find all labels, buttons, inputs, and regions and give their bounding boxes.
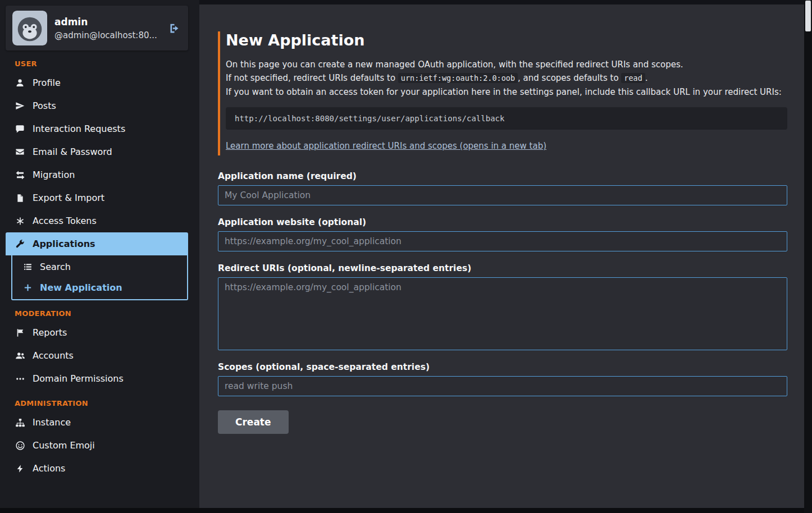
- smiley-icon: [15, 441, 25, 451]
- intro-line-2-post: .: [645, 73, 648, 83]
- page-title: New Application: [226, 31, 787, 49]
- application-name-input[interactable]: [218, 185, 787, 205]
- new-application-form: Application name (required) Application …: [218, 171, 787, 434]
- sidebar-item-profile[interactable]: Profile: [6, 71, 188, 94]
- bolt-icon: [15, 464, 25, 473]
- sidebar-item-label: Applications: [33, 239, 95, 249]
- sidebar-item-label: Domain Permissions: [33, 373, 124, 384]
- user-name: admin: [54, 16, 160, 28]
- sidebar-item-domain-permissions[interactable]: Domain Permissions: [6, 367, 188, 390]
- bottom-edge: [0, 508, 804, 513]
- intro-line-2-mid: , and scopes defaults to: [518, 73, 621, 83]
- sidebar-item-label: Export & Import: [33, 193, 104, 203]
- envelope-icon: [15, 147, 25, 157]
- sidebar-item-interaction-requests[interactable]: Interaction Requests: [6, 117, 188, 140]
- sidebar-item-custom-emoji[interactable]: Custom Emoji: [6, 434, 188, 457]
- application-name-label: Application name (required): [218, 171, 787, 181]
- scopes-label: Scopes (optional, space-separated entrie…: [218, 362, 787, 372]
- section-header-moderation: MODERATION: [6, 309, 188, 318]
- redirect-uris-field: Redirect URIs (optional, newline-separat…: [218, 263, 787, 350]
- application-website-input[interactable]: [218, 231, 787, 251]
- sidebar-item-accounts[interactable]: Accounts: [6, 344, 188, 367]
- sidebar: admin @admin@localhost:80... USERProfile…: [0, 0, 199, 508]
- user-card: admin @admin@localhost:80...: [6, 6, 188, 51]
- inline-code-read: read: [621, 73, 645, 83]
- comment-icon: [15, 124, 25, 134]
- section-header-user: USER: [6, 59, 188, 68]
- file-export-icon: [15, 194, 25, 203]
- sidebar-item-export-import[interactable]: Export & Import: [6, 186, 188, 209]
- sidebar-item-label: Posts: [33, 100, 56, 111]
- wrench-icon: [15, 239, 25, 249]
- intro-section: New Application On this page you can cre…: [218, 31, 787, 155]
- intro-line-2-pre: If not specified, redirect URIs defaults…: [226, 73, 398, 83]
- sidebar-item-posts[interactable]: Posts: [6, 94, 188, 117]
- main-panel: New Application On this page you can cre…: [199, 4, 804, 508]
- paper-plane-icon: [15, 101, 25, 111]
- vertical-scrollbar[interactable]: [804, 0, 812, 513]
- sidebar-item-access-tokens[interactable]: Access Tokens: [6, 209, 188, 232]
- section-header-administration: ADMINISTRATION: [6, 399, 188, 407]
- learn-more-link[interactable]: Learn more about application redirect UR…: [226, 141, 546, 151]
- sidebar-subitem-label: New Application: [40, 282, 122, 293]
- sidebar-item-instance[interactable]: Instance: [6, 411, 188, 434]
- sidebar-item-label: Interaction Requests: [33, 123, 125, 134]
- sidebar-item-applications[interactable]: Applications: [6, 232, 188, 255]
- callback-url-text: http://localhost:8080/settings/user/appl…: [235, 114, 504, 123]
- sidebar-item-label: Actions: [33, 463, 65, 474]
- sidebar-item-label: Instance: [33, 417, 71, 428]
- scopes-input[interactable]: [218, 376, 787, 396]
- plus-icon: [22, 283, 33, 292]
- list-icon: [22, 262, 33, 272]
- sidebar-nav: USERProfilePostsInteraction RequestsEmai…: [6, 59, 188, 480]
- users-icon: [15, 351, 25, 361]
- sidebar-subitem-new-application[interactable]: New Application: [12, 277, 187, 298]
- sidebar-item-label: Custom Emoji: [33, 440, 95, 451]
- flag-icon: [15, 328, 25, 337]
- intro-line-1: On this page you can create a new manage…: [226, 58, 787, 71]
- application-website-field: Application website (optional): [218, 217, 787, 251]
- redirect-uris-textarea[interactable]: [218, 277, 787, 350]
- sidebar-subitem-search[interactable]: Search: [12, 256, 187, 277]
- sidebar-item-label: Email & Password: [33, 146, 112, 157]
- user-info: admin @admin@localhost:80...: [54, 16, 160, 40]
- sidebar-item-label: Profile: [33, 77, 61, 88]
- domain-dots-icon: [15, 374, 25, 384]
- sidebar-item-email-password[interactable]: Email & Password: [6, 140, 188, 163]
- sidebar-submenu: SearchNew Application: [11, 255, 188, 300]
- user-icon: [15, 78, 25, 88]
- sidebar-item-label: Accounts: [33, 350, 74, 361]
- sitemap-icon: [15, 418, 25, 428]
- sidebar-item-reports[interactable]: Reports: [6, 321, 188, 344]
- sidebar-item-label: Reports: [33, 327, 67, 338]
- asterisk-icon: [15, 217, 25, 226]
- sidebar-item-label: Migration: [33, 170, 75, 180]
- logout-icon[interactable]: [167, 21, 181, 35]
- sidebar-item-label: Access Tokens: [33, 216, 97, 226]
- intro-line-3: If you want to obtain an access token fo…: [226, 85, 787, 99]
- sloth-avatar: [12, 11, 47, 45]
- intro-line-2: If not specified, redirect URIs defaults…: [226, 71, 787, 85]
- sidebar-item-migration[interactable]: Migration: [6, 163, 188, 186]
- application-name-field: Application name (required): [218, 171, 787, 205]
- sidebar-item-actions[interactable]: Actions: [6, 457, 188, 480]
- redirect-uris-label: Redirect URIs (optional, newline-separat…: [218, 263, 787, 273]
- scopes-field: Scopes (optional, space-separated entrie…: [218, 362, 787, 396]
- transfer-arrows-icon: [15, 170, 25, 180]
- create-button[interactable]: Create: [218, 410, 289, 434]
- application-website-label: Application website (optional): [218, 217, 787, 227]
- callback-url-code: http://localhost:8080/settings/user/appl…: [226, 107, 787, 130]
- inline-code-oob: urn:ietf:wg:oauth:2.0:oob: [398, 73, 518, 83]
- user-handle: @admin@localhost:80...: [54, 30, 160, 40]
- scrollbar-thumb[interactable]: [805, 1, 811, 31]
- sidebar-subitem-label: Search: [40, 262, 71, 272]
